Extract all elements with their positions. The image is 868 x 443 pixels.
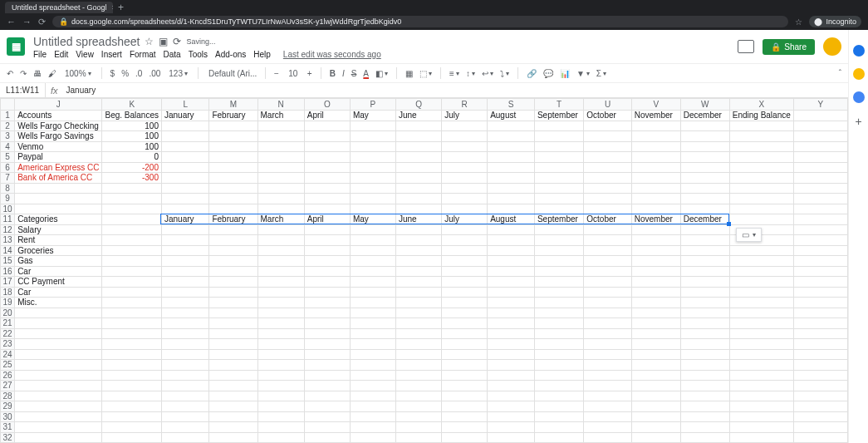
cell[interactable] bbox=[793, 370, 847, 381]
cell[interactable] bbox=[350, 235, 395, 246]
row-header[interactable]: 22 bbox=[1, 328, 15, 339]
cell[interactable] bbox=[304, 287, 350, 298]
cell[interactable] bbox=[793, 111, 847, 121]
cell[interactable] bbox=[395, 318, 441, 329]
functions-icon[interactable]: Σ▾ bbox=[596, 69, 606, 78]
cell[interactable] bbox=[534, 194, 583, 204]
cell[interactable] bbox=[534, 162, 583, 173]
cell[interactable] bbox=[680, 235, 729, 246]
cell[interactable] bbox=[631, 266, 680, 277]
filter-icon[interactable]: ▼▾ bbox=[576, 69, 590, 78]
cell[interactable] bbox=[680, 391, 729, 401]
cell[interactable] bbox=[584, 360, 631, 371]
cell[interactable] bbox=[257, 256, 304, 267]
cell[interactable] bbox=[350, 162, 395, 173]
cell[interactable] bbox=[161, 141, 208, 152]
move-icon[interactable]: ▣ bbox=[159, 36, 168, 47]
cell[interactable] bbox=[350, 360, 395, 371]
cell[interactable] bbox=[793, 318, 847, 329]
cell[interactable] bbox=[793, 277, 847, 288]
cell[interactable] bbox=[488, 131, 535, 142]
cell[interactable] bbox=[488, 194, 535, 204]
cell[interactable] bbox=[584, 131, 631, 142]
cell[interactable] bbox=[304, 422, 350, 433]
cell[interactable]: Categories bbox=[15, 214, 102, 225]
cell[interactable] bbox=[257, 318, 304, 329]
cell[interactable] bbox=[257, 173, 304, 184]
cell[interactable] bbox=[488, 173, 535, 184]
row-header[interactable]: 26 bbox=[1, 370, 15, 381]
cell[interactable] bbox=[680, 287, 729, 298]
cell[interactable] bbox=[729, 152, 793, 163]
col-header[interactable]: R bbox=[442, 99, 488, 111]
cell[interactable] bbox=[257, 298, 304, 308]
cell[interactable] bbox=[793, 266, 847, 277]
cell[interactable] bbox=[488, 298, 535, 308]
cell[interactable] bbox=[102, 370, 162, 381]
cell[interactable] bbox=[729, 256, 793, 267]
cell[interactable] bbox=[442, 204, 488, 214]
autofill-options-popup[interactable]: ▭ ▾ bbox=[736, 228, 762, 242]
cell[interactable] bbox=[680, 141, 729, 152]
url-input[interactable]: 🔒 docs.google.com/spreadsheets/d/1-KncdS… bbox=[52, 16, 788, 27]
cell[interactable] bbox=[442, 287, 488, 298]
cell[interactable] bbox=[680, 121, 729, 131]
cell[interactable]: 100 bbox=[102, 121, 162, 131]
cell[interactable] bbox=[304, 391, 350, 401]
last-edit-link[interactable]: Last edit was seconds ago bbox=[283, 50, 381, 59]
cell[interactable] bbox=[488, 349, 535, 360]
cell[interactable]: February bbox=[209, 111, 257, 121]
bold-button[interactable]: B bbox=[330, 69, 336, 78]
cell[interactable] bbox=[584, 277, 631, 288]
cell[interactable] bbox=[534, 298, 583, 308]
cell[interactable] bbox=[304, 256, 350, 267]
cell[interactable] bbox=[304, 328, 350, 339]
cell[interactable] bbox=[793, 328, 847, 339]
cell[interactable] bbox=[729, 173, 793, 184]
cell[interactable] bbox=[442, 277, 488, 288]
cell[interactable] bbox=[442, 339, 488, 350]
cell[interactable] bbox=[631, 360, 680, 371]
col-header[interactable]: X bbox=[729, 99, 793, 111]
cell[interactable] bbox=[102, 183, 162, 194]
cell[interactable] bbox=[350, 204, 395, 214]
col-header[interactable]: L bbox=[161, 99, 208, 111]
cell[interactable] bbox=[209, 224, 257, 235]
cell[interactable] bbox=[488, 183, 535, 194]
cell[interactable] bbox=[257, 121, 304, 131]
cell[interactable] bbox=[395, 162, 441, 173]
cell[interactable]: Paypal bbox=[15, 152, 102, 163]
menu-insert[interactable]: Insert bbox=[101, 50, 122, 59]
cell[interactable] bbox=[304, 235, 350, 246]
cell[interactable] bbox=[161, 256, 208, 267]
cell[interactable] bbox=[395, 141, 441, 152]
cell[interactable] bbox=[395, 328, 441, 339]
cell[interactable] bbox=[161, 194, 208, 204]
cell[interactable] bbox=[442, 401, 488, 412]
cell[interactable] bbox=[534, 339, 583, 350]
cell[interactable] bbox=[257, 328, 304, 339]
cell[interactable] bbox=[102, 422, 162, 433]
row-header[interactable]: 5 bbox=[1, 152, 15, 163]
row-header[interactable]: 25 bbox=[1, 360, 15, 371]
cell[interactable] bbox=[680, 349, 729, 360]
font-size-input[interactable]: 10 bbox=[286, 69, 301, 78]
cell[interactable] bbox=[350, 422, 395, 433]
calendar-icon[interactable] bbox=[853, 45, 865, 57]
cell[interactable] bbox=[534, 308, 583, 318]
cell[interactable] bbox=[304, 141, 350, 152]
menu-data[interactable]: Data bbox=[164, 50, 181, 59]
cell[interactable] bbox=[15, 401, 102, 412]
cell[interactable] bbox=[15, 328, 102, 339]
cell[interactable]: February bbox=[209, 214, 257, 225]
cell[interactable] bbox=[631, 141, 680, 152]
cell[interactable] bbox=[304, 277, 350, 288]
cell[interactable]: April bbox=[304, 214, 350, 225]
menu-tools[interactable]: Tools bbox=[189, 50, 208, 59]
redo-icon[interactable]: ↷ bbox=[20, 69, 27, 78]
star-icon[interactable]: ☆ bbox=[145, 36, 154, 47]
cell[interactable] bbox=[161, 401, 208, 412]
cell[interactable] bbox=[161, 162, 208, 173]
col-header[interactable]: J bbox=[15, 99, 102, 111]
cell[interactable] bbox=[680, 183, 729, 194]
